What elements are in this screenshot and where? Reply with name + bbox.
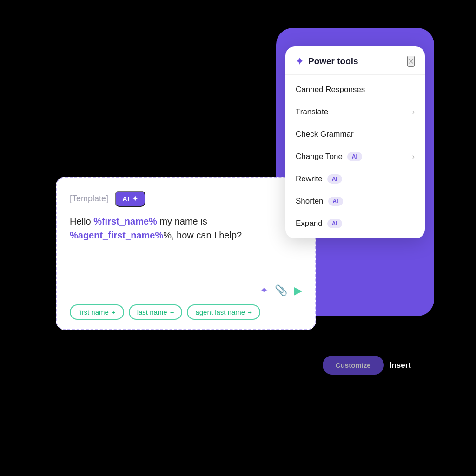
template-label: [Template] (70, 194, 108, 204)
tag-last-name[interactable]: last name + (129, 304, 183, 320)
shorten-ai-badge: AI (328, 197, 343, 206)
close-button[interactable]: × (407, 56, 415, 67)
body-text-mid: my name is (157, 216, 207, 226)
template-body: Hello %first_name% my name is %agent_fir… (70, 214, 302, 277)
magic-wand-icon[interactable]: ✦ (260, 284, 268, 297)
change-tone-chevron-icon: › (412, 152, 415, 161)
expand-ai-badge: AI (327, 219, 342, 228)
var-first-name: %first_name% (93, 216, 157, 226)
template-card: [Template] AI ✦ Hello %first_name% my na… (56, 177, 316, 330)
panel-title: ✦ Power tools (296, 56, 358, 67)
template-header: [Template] AI ✦ (70, 191, 302, 207)
template-actions: ✦ 📎 ▶ (70, 284, 302, 297)
ai-label: AI (122, 195, 129, 203)
menu-item-rewrite[interactable]: Rewrite AI (285, 168, 425, 190)
customize-button[interactable]: Customize (323, 356, 384, 375)
check-grammar-label: Check Grammar (296, 130, 354, 139)
tag-agent-last-name[interactable]: agent last name + (187, 304, 260, 320)
tag-agent-last-name-plus: + (248, 308, 252, 316)
tags-row: first name + last name + agent last name… (70, 304, 302, 320)
power-tools-panel: ✦ Power tools × Canned Responses Transla… (285, 46, 425, 238)
translate-label: Translate (296, 107, 328, 117)
tools-icon: ✦ (296, 56, 304, 67)
change-tone-ai-badge: AI (347, 152, 362, 161)
tag-first-name[interactable]: first name + (70, 304, 124, 320)
translate-chevron-icon: › (412, 108, 415, 116)
rewrite-ai-badge: AI (327, 174, 342, 184)
tag-last-name-label: last name (137, 308, 167, 316)
action-icons: ✦ 📎 ▶ (260, 284, 302, 297)
sparkle-icon: ✦ (132, 194, 138, 203)
tag-first-name-label: first name (78, 308, 109, 316)
menu-item-shorten[interactable]: Shorten AI (285, 190, 425, 212)
var-agent-first-name: %agent_first_name% (70, 230, 163, 240)
menu-item-expand[interactable]: Expand AI (285, 212, 425, 235)
menu-item-check-grammar[interactable]: Check Grammar (285, 123, 425, 145)
menu-list: Canned Responses Translate › Check Gramm… (285, 75, 425, 238)
menu-item-change-tone[interactable]: Change Tone AI › (285, 145, 425, 168)
bottom-buttons: Customize Insert (323, 356, 411, 375)
menu-item-translate[interactable]: Translate › (285, 101, 425, 123)
shorten-label: Shorten (296, 197, 324, 206)
tag-agent-last-name-label: agent last name (195, 308, 245, 316)
change-tone-label: Change Tone (296, 152, 343, 161)
canned-responses-label: Canned Responses (296, 85, 365, 94)
send-icon[interactable]: ▶ (294, 284, 302, 297)
body-text-end: %, how can I help? (163, 230, 242, 240)
body-text-hello: Hello (70, 216, 93, 226)
panel-header: ✦ Power tools × (285, 46, 425, 75)
ai-button[interactable]: AI ✦ (115, 191, 145, 207)
expand-label: Expand (296, 219, 323, 228)
panel-title-text: Power tools (308, 56, 358, 66)
scene: [Template] AI ✦ Hello %first_name% my na… (0, 0, 476, 476)
attachment-icon[interactable]: 📎 (275, 284, 287, 297)
insert-button[interactable]: Insert (390, 361, 411, 370)
tag-first-name-plus: + (112, 308, 116, 316)
rewrite-label: Rewrite (296, 174, 323, 184)
menu-item-canned-responses[interactable]: Canned Responses (285, 79, 425, 101)
tag-last-name-plus: + (170, 308, 174, 316)
